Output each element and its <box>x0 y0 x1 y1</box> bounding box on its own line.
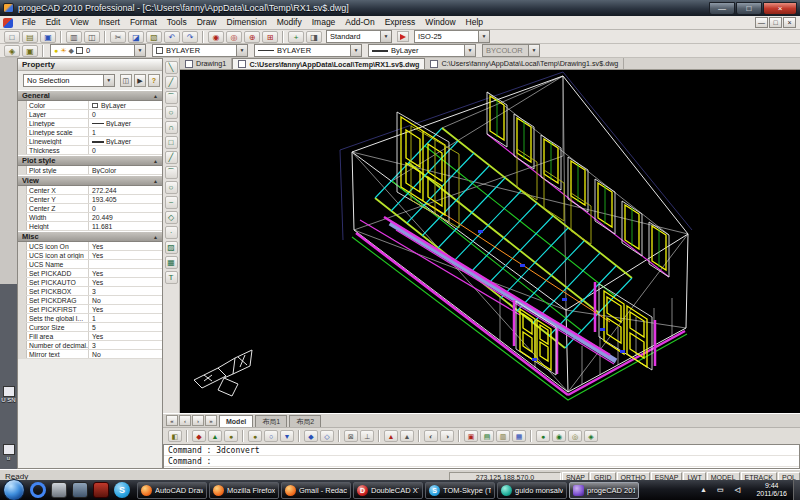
volume-icon[interactable]: ◁ <box>731 484 743 496</box>
property-value[interactable]: Yes <box>89 305 162 313</box>
unlock-icon[interactable]: ◇ <box>320 430 334 442</box>
hidden-icons-chevron[interactable]: ▲ <box>697 484 709 496</box>
dim-style-icon[interactable] <box>397 31 409 42</box>
open-icon[interactable]: ▤ <box>22 31 38 43</box>
image-attach-icon[interactable]: ▣ <box>464 430 478 442</box>
taskbar-clock[interactable]: 9:44 2011/6/16 <box>756 482 787 498</box>
menu-image[interactable]: Image <box>307 16 341 29</box>
property-value[interactable]: Yes <box>89 242 162 250</box>
chevron-down-icon[interactable]: ▼ <box>236 45 247 56</box>
walls-on-icon[interactable]: ▲ <box>384 430 398 442</box>
calculator-icon[interactable] <box>72 482 88 498</box>
chevron-down-icon[interactable]: ▼ <box>350 45 361 56</box>
section-plot-style[interactable]: Plot style ▲ <box>18 155 162 166</box>
menu-format[interactable]: Format <box>125 16 162 29</box>
child-minimize-button[interactable]: — <box>755 17 768 28</box>
property-value[interactable]: 3 <box>89 341 162 349</box>
pdf-app-icon[interactable] <box>93 482 109 498</box>
property-value[interactable]: 1 <box>89 128 162 136</box>
print-icon[interactable]: ▥ <box>66 31 82 43</box>
section-general[interactable]: General ▲ <box>18 90 162 101</box>
lock-icon[interactable]: ◆ <box>304 430 318 442</box>
property-value[interactable]: Yes <box>89 332 162 340</box>
tab-last-button[interactable]: » <box>205 415 217 426</box>
title-bar[interactable]: progeCAD 2010 Professional - [C:\Users\f… <box>0 0 800 16</box>
property-value[interactable] <box>89 260 162 268</box>
region-icon[interactable]: ▦ <box>165 256 178 269</box>
chevron-down-icon[interactable]: ▼ <box>103 75 114 86</box>
linetype-combo[interactable]: BYLAYER ▼ <box>254 44 362 57</box>
make-layer-current-icon[interactable]: ◧ <box>168 430 182 442</box>
bulb-off-icon[interactable]: ○ <box>264 430 278 442</box>
properties-toggle-icon[interactable]: ◨ <box>306 31 322 43</box>
property-value[interactable]: ByLayer <box>89 101 162 109</box>
property-value[interactable]: 20.449 <box>89 213 162 221</box>
property-value[interactable]: 3 <box>89 287 162 295</box>
properties-panel-title[interactable]: Property <box>18 59 162 71</box>
layer-manager-icon[interactable]: ◈ <box>4 45 20 57</box>
line-icon[interactable]: ╲ <box>165 61 178 74</box>
lineweight-combo[interactable]: ByLayer ▼ <box>368 44 476 57</box>
layer-states-icon[interactable]: ▣ <box>22 45 38 57</box>
chevron-down-icon[interactable]: ▼ <box>380 31 391 42</box>
revcloud-icon[interactable]: ∩ <box>165 121 178 134</box>
menu-help[interactable]: Help <box>461 16 488 29</box>
text-style-combo[interactable]: Standard ▼ <box>326 30 392 43</box>
point-icon[interactable]: · <box>165 226 178 239</box>
chevron-down-icon[interactable]: ▼ <box>478 31 489 42</box>
bulb-on-icon[interactable]: ● <box>248 430 262 442</box>
xref-icon[interactable]: ▥ <box>496 430 510 442</box>
close-button[interactable]: × <box>763 2 797 15</box>
property-value[interactable]: Yes <box>89 278 162 286</box>
lights-icon[interactable]: ◎ <box>568 430 582 442</box>
walls-off-icon[interactable]: ▲ <box>400 430 414 442</box>
property-value[interactable]: 5 <box>89 323 162 331</box>
help-icon[interactable]: ? <box>148 74 160 87</box>
layer-isolate-icon[interactable]: ● <box>224 430 238 442</box>
tab-layout1[interactable]: 布局1 <box>255 415 287 427</box>
fence-icon[interactable]: ⊠ <box>344 430 358 442</box>
section-view[interactable]: View ▲ <box>18 175 162 186</box>
menu-window[interactable]: Window <box>420 16 460 29</box>
taskbar-button-gmail[interactable]: Gmail - Redacta... <box>281 482 351 499</box>
taskbar-button-doublecad[interactable]: D DoubleCAD XT ... <box>353 482 423 499</box>
taskbar-button-mozilla-firefox[interactable]: Mozilla Firefox ... <box>209 482 279 499</box>
taskbar-button-progecad[interactable]: progeCAD 201... <box>569 482 639 499</box>
group-icon[interactable]: ◐ <box>424 430 438 442</box>
menu-view[interactable]: View <box>65 16 93 29</box>
menu-file[interactable]: File <box>17 16 41 29</box>
arc-icon[interactable]: ⌒ <box>165 91 178 104</box>
property-value[interactable]: 0 <box>89 204 162 212</box>
skype-launcher-icon[interactable]: S <box>114 482 130 498</box>
spline-icon[interactable]: ~ <box>165 196 178 209</box>
property-value[interactable]: ByColor <box>89 166 162 174</box>
text-icon[interactable]: T <box>165 271 178 284</box>
maximize-button[interactable]: □ <box>736 2 762 15</box>
zoom-window-icon[interactable]: ◉ <box>208 31 224 43</box>
tab-first-button[interactable]: « <box>166 415 178 426</box>
polygon-icon[interactable]: ◇ <box>165 211 178 224</box>
start-button[interactable] <box>3 479 25 500</box>
ellipse-icon[interactable]: ○ <box>165 181 178 194</box>
collapse-icon[interactable]: ▲ <box>153 178 158 184</box>
color-combo[interactable]: BYLAYER ▼ <box>152 44 248 57</box>
child-restore-button[interactable]: □ <box>769 17 782 28</box>
freeze-icon[interactable]: ▼ <box>280 430 294 442</box>
redo-icon[interactable]: ↷ <box>182 31 198 43</box>
show-desktop-button[interactable] <box>793 480 800 500</box>
menu-edit[interactable]: Edit <box>41 16 66 29</box>
pan-icon[interactable]: + <box>288 31 304 43</box>
layer-match-icon[interactable]: ▲ <box>208 430 222 442</box>
arc3p-icon[interactable]: ⌒ <box>165 166 178 179</box>
hatch-icon[interactable]: ▨ <box>165 241 178 254</box>
menu-insert[interactable]: Insert <box>94 16 125 29</box>
property-value[interactable]: No <box>89 296 162 304</box>
command-input-line[interactable]: Command : <box>164 456 799 467</box>
property-value[interactable]: 11.681 <box>89 222 162 230</box>
tab-next-button[interactable]: › <box>192 415 204 426</box>
property-value[interactable]: ByLayer <box>89 137 162 145</box>
menu-draw[interactable]: Draw <box>192 16 222 29</box>
toggle-value-icon[interactable]: ◫ <box>120 74 132 87</box>
ray-icon[interactable]: ╱ <box>165 151 178 164</box>
new-icon[interactable]: □ <box>4 31 20 43</box>
